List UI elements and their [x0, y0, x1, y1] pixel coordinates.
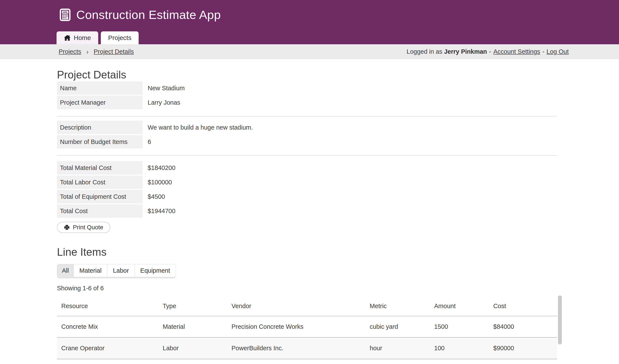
tab-home[interactable]: Home [56, 31, 98, 44]
print-quote-button[interactable]: Print Quote [57, 222, 110, 233]
cell-cost: $90000 [489, 337, 557, 359]
detail-row: Number of Budget Items 6 [57, 135, 557, 149]
printer-icon [64, 224, 70, 230]
tab-home-label: Home [74, 34, 91, 42]
app-header: Construction Estimate App Home Projects [0, 0, 619, 44]
separator-dash: - [542, 48, 544, 55]
cell-resource: Crane Operator [57, 337, 158, 359]
filter-group: All Material Labor Equipment [57, 264, 176, 278]
detail-group-basic: Name New Stadium Project Manager Larry J… [57, 82, 557, 109]
filter-material-button[interactable]: Material [73, 264, 107, 277]
detail-row: Description We want to build a huge new … [57, 121, 557, 134]
separator-dash: - [489, 48, 491, 55]
breadcrumb: Projects › Project Details [59, 48, 134, 56]
column-header-cost: Cost [489, 296, 557, 316]
chevron-right-icon: › [86, 48, 88, 56]
section-divider [57, 155, 557, 155]
cell-cost: $84000 [489, 316, 557, 337]
detail-group-description: Description We want to build a huge new … [57, 121, 557, 149]
detail-label-total-equipment: Total of Equipment Cost [57, 190, 143, 203]
line-items-table-container: Resource Type Vendor Metric Amount Cost … [57, 296, 557, 364]
app-title: Construction Estimate App [76, 8, 221, 22]
detail-value-total-material: $1840200 [148, 161, 175, 174]
cell-type: Material [158, 316, 227, 337]
cell-metric: hour [366, 337, 430, 359]
column-header-resource: Resource [57, 296, 158, 316]
logged-in-user: Jerry Pinkman [444, 48, 487, 55]
cell-resource: Concrete Mix [57, 316, 158, 337]
brand: Construction Estimate App [59, 8, 221, 22]
showing-count: Showing 1-6 of 6 [57, 284, 557, 292]
breadcrumb-projects-link[interactable]: Projects [59, 48, 81, 55]
detail-value-budget-items: 6 [148, 135, 151, 149]
detail-row: Total of Equipment Cost $4500 [57, 190, 557, 203]
calculator-icon [59, 8, 71, 21]
column-header-metric: Metric [366, 296, 430, 316]
detail-group-totals: Total Material Cost $1840200 Total Labor… [57, 161, 557, 218]
cell-vendor: Precision Concrete Works [227, 316, 366, 337]
detail-label-total-labor: Total Labor Cost [57, 176, 143, 189]
detail-row: Total Cost $1944700 [57, 204, 557, 218]
column-header-amount: Amount [430, 296, 489, 316]
column-header-vendor: Vendor [227, 296, 366, 316]
log-out-link[interactable]: Log Out [547, 48, 569, 55]
line-items-table: Resource Type Vendor Metric Amount Cost … [57, 296, 557, 359]
column-header-type: Type [158, 296, 227, 316]
detail-row: Total Labor Cost $100000 [57, 176, 557, 189]
account-settings-link[interactable]: Account Settings [493, 48, 540, 55]
section-divider [57, 116, 557, 116]
table-scrollbar-thumb[interactable] [558, 295, 562, 344]
cell-amount: 100 [430, 337, 489, 359]
cell-amount: 1500 [430, 316, 489, 337]
main-tabs: Home Projects [56, 31, 139, 44]
detail-label-name: Name [57, 82, 143, 95]
detail-row: Total Material Cost $1840200 [57, 161, 557, 174]
table-row: Crane Operator Labor PowerBuilders Inc. … [57, 337, 557, 359]
table-header-row: Resource Type Vendor Metric Amount Cost [57, 296, 557, 316]
detail-row: Project Manager Larry Jonas [57, 96, 557, 109]
logged-in-prefix: Logged in as [407, 48, 444, 55]
detail-value-total-cost: $1944700 [148, 204, 175, 218]
page-title: Project Details [57, 69, 557, 81]
print-quote-label: Print Quote [73, 224, 103, 231]
detail-label-total-cost: Total Cost [57, 204, 143, 218]
detail-row: Name New Stadium [57, 82, 557, 95]
cell-metric: cubic yard [366, 316, 430, 337]
main-content: Project Details Name New Stadium Project… [0, 69, 557, 364]
detail-value-name: New Stadium [148, 82, 185, 95]
detail-value-total-equipment: $4500 [148, 190, 165, 203]
cell-vendor: PowerBuilders Inc. [227, 337, 366, 359]
tab-projects[interactable]: Projects [101, 31, 139, 44]
home-icon [64, 35, 71, 41]
tab-projects-label: Projects [108, 34, 131, 42]
breadcrumb-bar: Projects › Project Details Logged in as … [0, 44, 619, 59]
filter-equipment-button[interactable]: Equipment [135, 264, 176, 277]
line-items-title: Line Items [57, 246, 557, 258]
detail-value-project-manager: Larry Jonas [148, 96, 180, 109]
breadcrumb-project-details-link[interactable]: Project Details [94, 48, 134, 55]
detail-label-project-manager: Project Manager [57, 96, 143, 109]
detail-label-total-material: Total Material Cost [57, 161, 143, 174]
detail-value-description: We want to build a huge new stadium. [148, 121, 253, 134]
detail-value-total-labor: $100000 [148, 176, 172, 189]
detail-label-budget-items: Number of Budget Items [57, 135, 143, 149]
session-info: Logged in as Jerry Pinkman-Account Setti… [407, 48, 569, 55]
filter-labor-button[interactable]: Labor [107, 264, 134, 277]
cell-type: Labor [158, 337, 227, 359]
detail-label-description: Description [57, 121, 143, 134]
table-row: Concrete Mix Material Precision Concrete… [57, 316, 557, 337]
filter-all-button[interactable]: All [57, 264, 73, 277]
